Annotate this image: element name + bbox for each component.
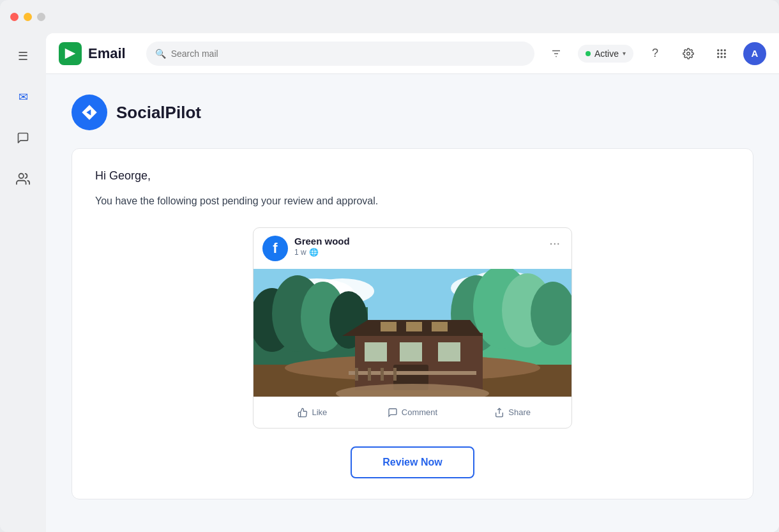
- avatar[interactable]: A: [743, 42, 766, 65]
- globe-icon: 🌐: [309, 248, 319, 257]
- title-bar: [0, 0, 779, 33]
- team-icon[interactable]: [10, 166, 36, 192]
- review-now-button[interactable]: Review Now: [351, 446, 474, 478]
- chevron-down-icon: ▾: [623, 50, 626, 57]
- svg-rect-42: [368, 368, 371, 381]
- svg-rect-36: [365, 342, 387, 361]
- status-dot: [586, 51, 591, 56]
- greeting: Hi George,: [95, 169, 730, 183]
- comment-button[interactable]: Comment: [363, 402, 463, 423]
- search-icon: 🔍: [155, 49, 166, 59]
- svg-rect-43: [381, 368, 384, 381]
- chat-icon[interactable]: [10, 125, 36, 151]
- sender-name: SocialPilot: [116, 103, 201, 123]
- share-button[interactable]: Share: [462, 402, 563, 423]
- share-label: Share: [508, 407, 531, 417]
- top-header: Email 🔍 Active ▾ ?: [46, 33, 779, 74]
- minimize-button[interactable]: [24, 13, 32, 21]
- svg-rect-34: [406, 322, 422, 331]
- svg-rect-41: [355, 368, 358, 381]
- post-page-name: Green wood: [294, 236, 540, 247]
- svg-rect-11: [717, 56, 719, 57]
- sender-logo: [72, 95, 107, 130]
- main-area: Email 🔍 Active ▾ ?: [46, 33, 779, 532]
- facebook-avatar: f: [262, 236, 288, 261]
- svg-rect-37: [400, 342, 422, 361]
- post-meta: Green wood 1 w 🌐: [294, 236, 540, 257]
- icon-strip: ☰ ✉: [0, 33, 46, 532]
- help-button[interactable]: ?: [644, 42, 667, 65]
- brand-title: Email: [88, 45, 126, 62]
- svg-rect-12: [721, 56, 723, 57]
- settings-button[interactable]: [677, 42, 700, 65]
- search-input[interactable]: [171, 49, 526, 59]
- menu-icon[interactable]: ☰: [10, 43, 36, 69]
- close-button[interactable]: [10, 13, 19, 21]
- search-bar[interactable]: 🔍: [146, 42, 534, 66]
- brand: Email: [59, 42, 126, 65]
- svg-rect-35: [432, 322, 448, 331]
- like-label: Like: [312, 407, 327, 417]
- post-image: [253, 269, 571, 397]
- maximize-button[interactable]: [37, 13, 45, 21]
- svg-rect-9: [721, 52, 723, 54]
- mail-icon[interactable]: ✉: [10, 84, 36, 110]
- svg-rect-38: [438, 342, 460, 361]
- post-actions: Like Comment: [253, 397, 571, 428]
- post-card: f Green wood 1 w 🌐 ···: [253, 227, 572, 429]
- app-container: ☰ ✉ Email: [0, 33, 779, 532]
- svg-rect-8: [717, 52, 719, 54]
- post-time-row: 1 w 🌐: [294, 248, 540, 257]
- post-header: f Green wood 1 w 🌐 ···: [253, 228, 571, 269]
- svg-rect-5: [717, 49, 719, 51]
- svg-point-0: [19, 174, 24, 178]
- email-card: Hi George, You have the following post p…: [72, 148, 753, 499]
- svg-rect-7: [724, 49, 726, 51]
- email-body: SocialPilot Hi George, You have the foll…: [46, 74, 779, 532]
- status-badge[interactable]: Active ▾: [578, 45, 633, 63]
- apps-button[interactable]: [710, 42, 733, 65]
- body-text: You have the following post pending your…: [95, 193, 730, 209]
- like-button[interactable]: Like: [262, 402, 363, 423]
- svg-rect-44: [393, 368, 397, 381]
- filter-button[interactable]: [545, 42, 568, 65]
- svg-rect-10: [724, 52, 726, 54]
- post-time: 1 w: [294, 248, 306, 257]
- comment-label: Comment: [402, 407, 437, 417]
- review-btn-wrapper: Review Now: [95, 446, 730, 478]
- status-label: Active: [594, 49, 619, 59]
- sender-info: SocialPilot: [72, 95, 753, 130]
- svg-rect-13: [724, 56, 726, 57]
- svg-rect-6: [721, 49, 723, 51]
- svg-rect-33: [381, 322, 397, 331]
- brand-logo: [59, 42, 82, 65]
- more-options-button[interactable]: ···: [547, 236, 563, 250]
- svg-point-4: [687, 52, 690, 55]
